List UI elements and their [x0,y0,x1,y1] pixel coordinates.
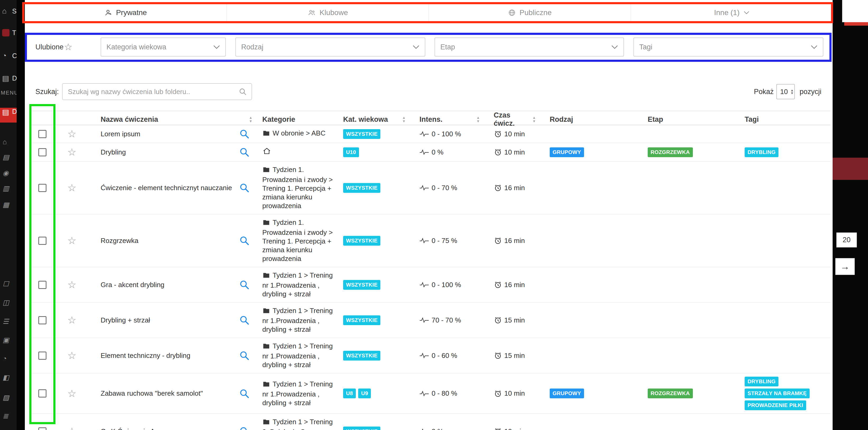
sidebar-icon[interactable]: ◔ [3,355,7,363]
preview-zoom-icon[interactable] [239,183,262,193]
exercise-name: Element techniczny - drybling [101,351,190,360]
sidebar-active-item[interactable]: ▤ D [0,108,17,123]
row-checkbox[interactable] [38,316,46,324]
exercise-table-body: ☆ Lorem ipsum W obronie > ABC WSZYSTKIE … [29,125,831,430]
tab-publiczne[interactable]: Publiczne [429,2,630,23]
sidebar-icon[interactable]: ◧ [3,373,9,382]
preview-zoom-icon[interactable] [239,129,262,139]
folder-icon [262,343,270,352]
sidebar-icon[interactable]: ▤ [3,153,9,161]
menu-label: MENU [1,90,17,96]
clock-icon [494,236,502,245]
preview-zoom-icon[interactable] [239,147,262,157]
row-checkbox[interactable] [38,427,46,430]
search-row: Szukaj: Pokaż 10 ▴▾ pozycji [25,83,833,100]
sort-icon[interactable]: ▴▾ [533,116,535,123]
clock-icon [494,351,502,360]
sidebar-icon[interactable]: ☐ [3,280,9,288]
rodzaj-badge: GRUPOWY [550,389,584,398]
sort-icon[interactable]: ▴▾ [477,116,479,123]
sidebar-icon[interactable]: ≣ [3,412,8,420]
sort-icon[interactable]: ▴▾ [250,116,252,123]
next-arrow-button[interactable]: → [835,258,855,275]
tab-klubowe[interactable]: Klubowe [226,2,429,23]
favorites-label: Ulubione [35,43,64,51]
row-checkbox[interactable] [38,130,46,138]
search-input[interactable] [63,84,238,99]
sidebar-icon[interactable]: ⌂ [3,138,7,146]
sort-icon[interactable]: ▴▾ [403,116,405,123]
page-size-spinner[interactable]: 10 ▴▾ [776,84,795,99]
chevron-down-icon [213,45,220,49]
exercise-table: Nazwa ćwiczenia ▴▾ Kategorie Kat. wiekow… [29,111,831,430]
category-path: Tydzien 1 > Trening nr 1.Prowadzenia , d… [262,342,333,369]
left-sidebar: ⌂ S T ◔ C ▤ D MENU ▤ D ⌂ ▤ ◉ ▥ ▦ ☐ ◫ ☰ ▣… [0,0,17,430]
search-box [62,83,252,100]
favorite-star-icon[interactable]: ☆ [67,147,76,157]
home-icon [262,147,271,157]
sidebar-icon[interactable]: ◫ [3,299,9,307]
row-checkbox[interactable] [38,351,46,360]
sidebar-item[interactable]: ⌂ S [0,4,17,19]
header-kat-wiekowa[interactable]: Kat. wiekowa ▴▾ [343,116,420,124]
preview-zoom-icon[interactable] [239,279,262,290]
folder-icon [262,130,270,139]
preview-zoom-icon[interactable] [239,388,262,399]
preview-zoom-icon[interactable] [239,426,262,430]
favorite-star-icon[interactable]: ☆ [67,426,76,430]
sidebar-icon[interactable]: ◉ [3,169,9,177]
sidebar-icon[interactable]: ▣ [3,336,9,344]
row-checkbox[interactable] [38,184,46,192]
sidebar-icon[interactable]: ▥ [3,184,9,192]
tag-badge: PROWADZENIE PIŁKI [745,400,806,410]
favorite-star-icon[interactable]: ☆ [67,280,76,290]
sidebar-item[interactable]: ◔ C [0,48,17,63]
favorite-star-icon[interactable]: ☆ [67,129,76,139]
favorite-star-icon[interactable]: ☆ [67,183,76,193]
sidebar-item[interactable]: T [0,25,17,40]
header-intens[interactable]: Intens. ▴▾ [420,116,494,124]
favorite-star-icon[interactable]: ☆ [67,236,76,246]
intensity-value: 0 - 100 % [432,281,461,289]
row-checkbox[interactable] [38,237,46,245]
header-czas-cwicz[interactable]: Czas ćwicz. ▴▾ [494,111,550,128]
dropdown-etap[interactable]: Etap [435,37,624,57]
intensity-pulse-icon [420,238,429,244]
favorite-star-icon[interactable]: ☆ [67,350,76,361]
table-row: ☆ Zabawa ruchowa "berek samolot" Tydzien… [29,373,831,414]
dropdown-rodzaj[interactable]: Rodzaj [235,37,425,57]
dropdown-kategoria-wiekowa[interactable]: Kategoria wiekowa [101,37,226,57]
age-badge: WSZYSTKIE [343,129,380,139]
favorite-star-icon[interactable]: ☆ [67,315,76,325]
dropdown-tagi[interactable]: Tagi [633,37,824,57]
preview-zoom-icon[interactable] [239,350,262,361]
favorite-star-icon[interactable]: ☆ [67,389,76,399]
tab-prywatne[interactable]: Prywatne [25,2,226,23]
intensity-value: 0 - 80 % [432,389,457,398]
row-checkbox[interactable] [38,281,46,289]
sidebar-icon[interactable]: ▨ [3,394,9,402]
row-checkbox[interactable] [38,389,46,398]
folder-icon [262,380,270,390]
exercise-name: Cz.K Ćwiczenie A [101,427,155,430]
favorites-star-icon[interactable]: ☆ [64,41,72,53]
duration-value: 15 min [504,316,525,324]
category-cell: Tydzien 1 > Trening 2. Działania Grupowe… [262,414,343,430]
sidebar-icon[interactable]: ☰ [3,317,9,326]
preview-zoom-icon[interactable] [239,235,262,246]
globe-icon [508,9,516,17]
sidebar-item[interactable]: ▤ D [0,71,17,86]
folder-icon [262,166,270,175]
row-checkbox[interactable] [38,148,46,156]
preview-zoom-icon[interactable] [239,315,262,326]
exercise-name: Drybling + strzał [101,316,150,324]
sidebar-icon: ▤ [2,108,9,117]
category-cell: Tydzien 1 > Trening nr 1.Prowadzenia , d… [262,376,343,411]
tags-cell [745,238,831,244]
search-label: Szukaj: [35,88,59,96]
sidebar-icon[interactable]: ▦ [3,201,9,209]
spinner-arrows-icon[interactable]: ▴▾ [791,89,793,95]
tab-inne[interactable]: Inne (1) [630,2,833,23]
intensity-value: 70 - 70 % [432,316,461,324]
header-nazwa-cwiczenia[interactable]: Nazwa ćwiczenia ▴▾ [89,116,262,124]
